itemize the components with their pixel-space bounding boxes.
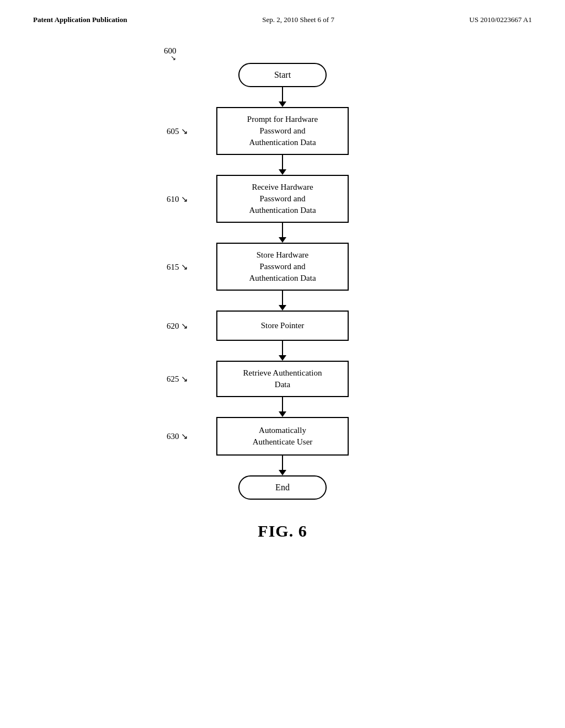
step-610-label: 610 ↘	[167, 194, 188, 204]
flowchart: Start 605 ↘ Prompt for HardwarePassword …	[216, 63, 349, 500]
header-right: US 2010/0223667 A1	[470, 15, 532, 24]
step-610-row: 610 ↘ Receive HardwarePassword andAuthen…	[216, 175, 349, 223]
start-node: Start	[238, 63, 327, 87]
step-605-row: 605 ↘ Prompt for HardwarePassword andAut…	[216, 107, 349, 155]
end-row: End	[238, 475, 327, 500]
arrow-1	[279, 87, 286, 107]
header-center: Sep. 2, 2010 Sheet 6 of 7	[262, 15, 334, 24]
arrow-7	[279, 456, 286, 475]
page-header: Patent Application Publication Sep. 2, 2…	[0, 0, 565, 30]
header-left: Patent Application Publication	[33, 15, 127, 24]
step-605-node: Prompt for HardwarePassword andAuthentic…	[216, 107, 349, 155]
arrow-2	[279, 155, 286, 175]
step-620-label: 620 ↘	[167, 321, 188, 331]
figure-600-arrow: ↘	[170, 54, 176, 62]
step-620-row: 620 ↘ Store Pointer	[216, 311, 349, 341]
step-615-node: Store HardwarePassword andAuthentication…	[216, 243, 349, 291]
step-615-label: 615 ↘	[167, 262, 188, 272]
end-node: End	[238, 475, 327, 500]
step-625-label: 625 ↘	[167, 374, 188, 384]
figure-caption: FIG. 6	[258, 522, 307, 540]
step-610-node: Receive HardwarePassword andAuthenticati…	[216, 175, 349, 223]
arrow-6	[279, 397, 286, 417]
step-605-label: 605 ↘	[167, 126, 188, 136]
start-row: Start	[238, 63, 327, 87]
step-620-node: Store Pointer	[216, 311, 349, 341]
arrow-4	[279, 291, 286, 311]
step-615-row: 615 ↘ Store HardwarePassword andAuthenti…	[216, 243, 349, 291]
step-630-row: 630 ↘ AutomaticallyAuthenticate User	[216, 417, 349, 456]
step-630-label: 630 ↘	[167, 431, 188, 441]
diagram-area: 600 ↘ Start 605 ↘ Prompt for HardwarePas…	[0, 30, 565, 540]
arrow-3	[279, 223, 286, 243]
step-625-node: Retrieve AuthenticationData	[216, 361, 349, 397]
step-630-node: AutomaticallyAuthenticate User	[216, 417, 349, 456]
step-625-row: 625 ↘ Retrieve AuthenticationData	[216, 361, 349, 397]
arrow-5	[279, 341, 286, 361]
